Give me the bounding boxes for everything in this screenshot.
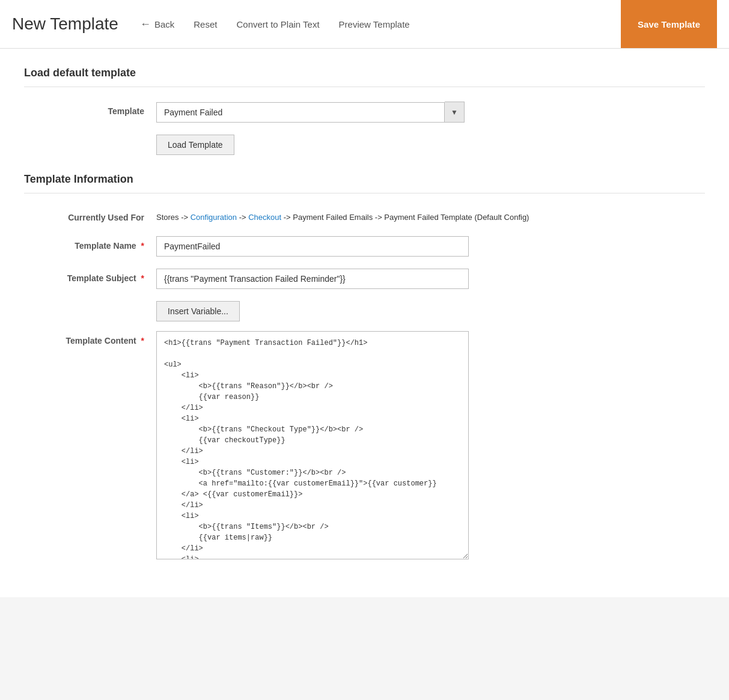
header-nav: ← Back Reset Convert to Plain Text Previ… [130, 18, 621, 31]
load-template-section: Load default template Template Payment F… [24, 67, 705, 155]
template-subject-row: Template Subject * [24, 269, 705, 289]
select-dropdown-icon[interactable]: ▼ [445, 102, 465, 123]
template-name-label: Template Name * [24, 236, 156, 251]
template-name-row: Template Name * [24, 236, 705, 257]
page-title: New Template [12, 14, 118, 34]
subject-required-asterisk: * [141, 273, 144, 283]
info-section-title: Template Information [24, 173, 705, 193]
convert-link[interactable]: Convert to Plain Text [227, 19, 329, 29]
load-template-button[interactable]: Load Template [156, 135, 234, 155]
checkout-link[interactable]: Checkout [248, 213, 281, 222]
name-required-asterisk: * [141, 241, 144, 251]
template-subject-input[interactable] [156, 269, 469, 289]
main-content: Load default template Template Payment F… [0, 49, 729, 597]
insert-var-label-spacer [24, 301, 156, 306]
template-content-textarea[interactable]: <h1>{{trans "Payment Transaction Failed"… [156, 331, 469, 559]
insert-variable-row: Insert Variable... [24, 301, 705, 321]
back-arrow-icon: ← [140, 18, 151, 31]
load-button-wrap: Load Template [156, 135, 577, 155]
insert-variable-button[interactable]: Insert Variable... [156, 301, 240, 321]
template-info-section: Template Information Currently Used For … [24, 173, 705, 561]
used-for-text: Stores -> Configuration -> Checkout -> P… [156, 208, 577, 224]
template-subject-wrap [156, 269, 577, 289]
used-for-mid: -> [237, 213, 248, 222]
load-label-spacer [24, 135, 156, 139]
back-link[interactable]: ← Back [130, 18, 184, 31]
used-for-content: Stores -> Configuration -> Checkout -> P… [156, 208, 577, 224]
template-select-container: Payment Failed ▼ [156, 102, 577, 123]
load-button-row: Load Template [24, 135, 705, 155]
template-subject-label: Template Subject * [24, 269, 156, 283]
template-content-row: Template Content * <h1>{{trans "Payment … [24, 331, 705, 561]
insert-var-wrap: Insert Variable... [156, 301, 577, 321]
template-select-row: Template Payment Failed ▼ [24, 102, 705, 123]
template-label: Template [24, 102, 156, 116]
configuration-link[interactable]: Configuration [191, 213, 237, 222]
used-for-row: Currently Used For Stores -> Configurati… [24, 208, 705, 224]
preview-link[interactable]: Preview Template [329, 19, 419, 29]
save-template-button[interactable]: Save Template [621, 0, 717, 48]
template-name-input[interactable] [156, 236, 469, 257]
load-section-title: Load default template [24, 67, 705, 87]
template-name-wrap [156, 236, 577, 257]
template-content-wrap: <h1>{{trans "Payment Transaction Failed"… [156, 331, 577, 561]
used-for-label: Currently Used For [24, 208, 156, 222]
template-select[interactable]: Payment Failed [156, 102, 445, 123]
used-for-suffix: -> Payment Failed Emails -> Payment Fail… [281, 213, 529, 222]
content-required-asterisk: * [141, 336, 144, 345]
page-header: New Template ← Back Reset Convert to Pla… [0, 0, 729, 49]
used-for-prefix: Stores -> [156, 213, 191, 222]
reset-link[interactable]: Reset [184, 19, 227, 29]
template-content-label: Template Content * [24, 331, 156, 345]
template-select-wrap: Payment Failed ▼ [156, 102, 577, 123]
